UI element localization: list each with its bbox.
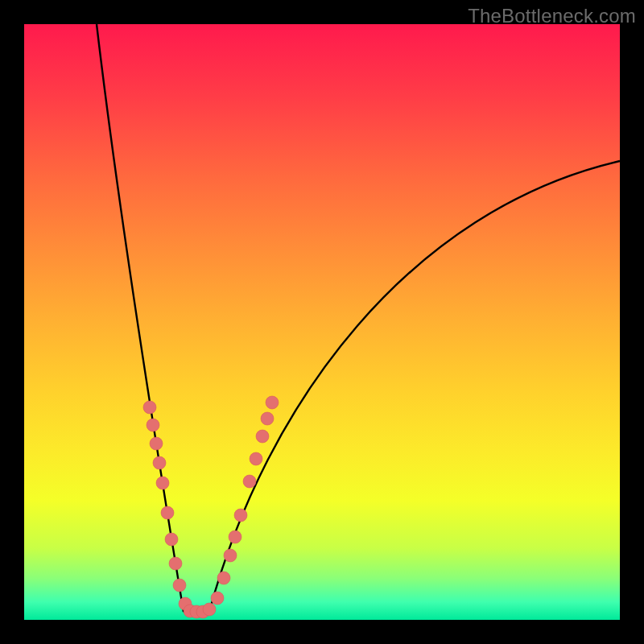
marker-dot bbox=[156, 477, 169, 489]
marker-dot bbox=[147, 419, 159, 431]
marker-dot bbox=[256, 430, 269, 443]
marker-dot bbox=[229, 530, 242, 543]
marker-dot bbox=[153, 456, 166, 469]
marker-dot bbox=[224, 549, 237, 562]
marker-dot bbox=[150, 437, 163, 450]
marker-dot bbox=[169, 557, 182, 570]
marker-dot bbox=[203, 603, 216, 616]
marker-dot bbox=[173, 579, 186, 592]
plot-area bbox=[24, 24, 620, 620]
marker-dot bbox=[217, 572, 230, 584]
marker-dot bbox=[161, 506, 174, 519]
markers bbox=[143, 396, 279, 618]
curve-left bbox=[97, 24, 184, 612]
marker-dot bbox=[261, 412, 274, 425]
marker-dot bbox=[143, 401, 156, 414]
marker-dot bbox=[243, 475, 256, 488]
marker-dot bbox=[234, 509, 247, 522]
bottleneck-curve bbox=[24, 24, 620, 620]
curve-right bbox=[209, 161, 620, 612]
chart-frame: TheBottleneck.com bbox=[0, 0, 644, 644]
marker-dot bbox=[266, 396, 279, 409]
marker-dot bbox=[250, 452, 262, 465]
marker-dot bbox=[165, 533, 178, 546]
watermark-text: TheBottleneck.com bbox=[468, 5, 636, 27]
marker-dot bbox=[211, 592, 224, 605]
